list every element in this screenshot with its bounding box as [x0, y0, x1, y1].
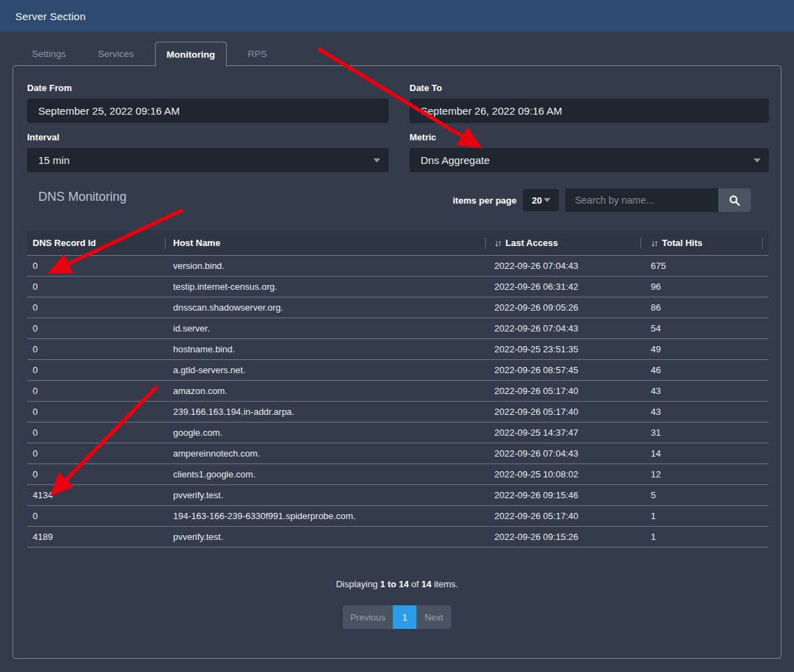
search-input[interactable]: [565, 188, 718, 212]
interval-select[interactable]: 15 min: [27, 148, 389, 172]
display-info-total: 14: [421, 579, 431, 589]
items-per-page-select[interactable]: 20: [523, 189, 559, 211]
column-header-last-access[interactable]: ↓↑ Last Access: [486, 231, 641, 255]
table-cell: hostname.bind.: [165, 344, 486, 354]
table-cell: version.bind.: [165, 261, 486, 271]
table-cell: 2022-09-25 23:51:35: [486, 344, 641, 354]
interval-value: 15 min: [38, 154, 70, 166]
table-cell: 2022-09-25 10:08:02: [486, 469, 641, 480]
sort-icon: ↓↑: [651, 238, 657, 248]
pagination: Previous 1 Next: [343, 605, 451, 629]
search-button[interactable]: [718, 188, 751, 212]
table-row: 0version.bind.2022-09-26 07:04:43675: [27, 256, 768, 277]
table-row: 4134pvverify.test.2022-09-26 09:15:465: [27, 485, 768, 506]
table-cell: a.gtld-servers.net.: [165, 365, 486, 375]
table-cell: 54: [641, 323, 768, 334]
table-cell: 2022-09-26 07:04:43: [486, 323, 641, 334]
table-cell: clients1.google.com.: [165, 469, 486, 480]
table-cell: 0: [27, 365, 165, 375]
tab-rps[interactable]: RPS: [236, 42, 278, 66]
table-cell: dnsscan.shadowserver.org.: [165, 302, 486, 313]
column-header-dns-record-id: DNS Record Id: [27, 231, 165, 255]
table-cell: 14: [641, 448, 768, 459]
metric-select[interactable]: Dns Aggregate: [410, 148, 769, 172]
table-cell: 0: [27, 261, 165, 271]
previous-page-button[interactable]: Previous: [343, 605, 393, 629]
date-to-input[interactable]: September 26, 2022 09:16 AM: [410, 99, 769, 123]
table-row: 4189pvverify.test.2022-09-26 09:15:261: [27, 527, 768, 548]
table-cell: pvverify.test.: [165, 490, 486, 500]
table-cell: 2022-09-26 08:57:45: [486, 365, 641, 375]
display-info: Displaying 1 to 14 of 14 items.: [13, 579, 781, 589]
table-cell: 43: [641, 386, 768, 396]
table-cell: 0: [27, 281, 165, 292]
table-cell: 31: [641, 427, 768, 438]
table-cell: 4134: [27, 490, 165, 500]
table-cell: 46: [641, 365, 768, 375]
table-cell: 2022-09-26 05:17:40: [486, 386, 641, 396]
table-cell: 2022-09-26 09:05:26: [486, 302, 641, 313]
titlebar: Server Section: [0, 0, 794, 32]
monitoring-panel: Date From September 25, 2022 09:16 AM Da…: [13, 65, 781, 659]
metric-field-group: Metric Dns Aggregate: [410, 132, 769, 172]
caret-down-icon: [373, 158, 380, 163]
column-divider: [762, 238, 763, 249]
dns-monitoring-table: DNS Record Id Host Name ↓↑ Last Access ↓…: [27, 231, 768, 548]
next-page-button[interactable]: Next: [416, 605, 451, 629]
column-header-label: Host Name: [173, 238, 220, 248]
page-title: Server Section: [15, 10, 86, 22]
current-page-button[interactable]: 1: [393, 605, 416, 629]
table-cell: 2022-09-25 14:37:47: [486, 427, 641, 438]
table-row: 0testip.internet-census.org.2022-09-26 0…: [27, 277, 768, 297]
date-to-label: Date To: [410, 83, 769, 93]
section-title: DNS Monitoring: [38, 190, 127, 204]
table-cell: 5: [641, 490, 768, 500]
table-row: 0239.166.163.194.in-addr.arpa.2022-09-26…: [27, 402, 768, 423]
table-cell: 0: [27, 511, 165, 521]
table-cell: 194-163-166-239-6330f991.spiderprobe.com…: [165, 511, 486, 521]
metric-label: Metric: [410, 132, 769, 142]
search-icon: [729, 195, 740, 206]
table-cell: 1: [641, 532, 768, 542]
table-cell: 0: [27, 386, 165, 396]
table-cell: 0: [27, 323, 165, 334]
caret-down-icon: [754, 158, 761, 163]
table-cell: 675: [641, 261, 768, 271]
table-cell: 4189: [27, 532, 165, 542]
table-cell: 12: [641, 469, 768, 480]
display-info-suffix: items.: [434, 579, 458, 589]
column-header-label: DNS Record Id: [33, 238, 96, 248]
table-cell: 2022-09-26 07:04:43: [486, 261, 641, 271]
column-header-total-hits[interactable]: ↓↑ Total Hits: [641, 231, 768, 255]
column-header-label: Total Hits: [662, 238, 702, 248]
table-body: 0version.bind.2022-09-26 07:04:436750tes…: [27, 256, 768, 548]
table-cell: 96: [641, 281, 768, 292]
table-cell: 0: [27, 407, 165, 417]
tab-settings[interactable]: Settings: [21, 42, 77, 66]
items-per-page-value: 20: [532, 195, 542, 206]
caret-down-icon: [544, 198, 551, 202]
table-cell: 2022-09-26 05:17:40: [486, 407, 641, 417]
table-cell: 2022-09-26 09:15:26: [486, 532, 641, 542]
date-from-field-group: Date From September 25, 2022 09:16 AM: [27, 83, 389, 123]
date-from-input[interactable]: September 25, 2022 09:16 AM: [27, 99, 389, 123]
table-cell: ampereinnotech.com.: [165, 448, 486, 459]
items-per-page-label: items per page: [453, 195, 517, 206]
table-cell: 2022-09-26 09:15:46: [486, 490, 641, 500]
tab-monitoring[interactable]: Monitoring: [155, 42, 227, 67]
table-controls: items per page 20: [453, 188, 751, 212]
table-cell: 2022-09-26 05:17:40: [486, 511, 641, 521]
table-row: 0google.com.2022-09-25 14:37:4731: [27, 423, 768, 443]
tab-services[interactable]: Services: [87, 42, 145, 66]
table-row: 0clients1.google.com.2022-09-25 10:08:02…: [27, 464, 768, 485]
date-from-label: Date From: [27, 83, 389, 93]
table-cell: amazon.com.: [165, 386, 486, 396]
tab-bar: Settings Services Monitoring RPS: [21, 42, 288, 66]
table-row: 0dnsscan.shadowserver.org.2022-09-26 09:…: [27, 297, 768, 318]
table-row: 0ampereinnotech.com.2022-09-26 07:04:431…: [27, 443, 768, 464]
table-row: 0hostname.bind.2022-09-25 23:51:3549: [27, 339, 768, 360]
table-cell: 2022-09-26 06:31:42: [486, 281, 641, 292]
table-cell: 86: [641, 302, 768, 313]
table-cell: 0: [27, 344, 165, 354]
table-row: 0a.gtld-servers.net.2022-09-26 08:57:454…: [27, 360, 768, 381]
